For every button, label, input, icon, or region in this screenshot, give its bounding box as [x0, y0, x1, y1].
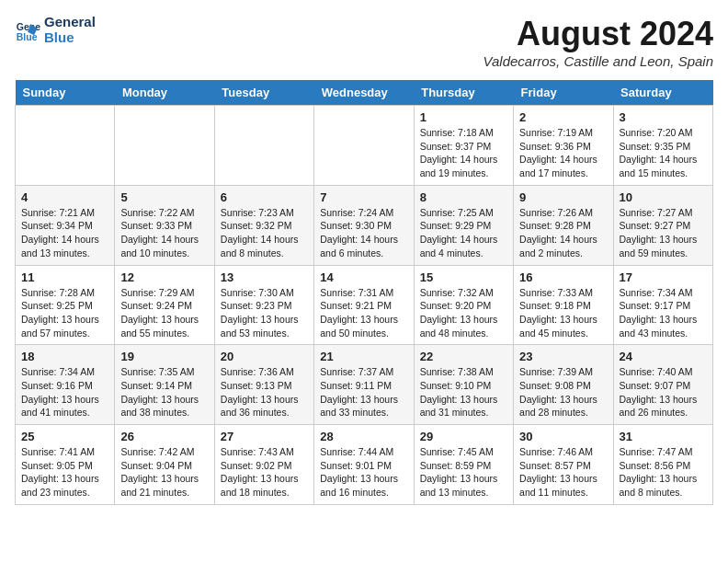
day-number: 8	[420, 190, 507, 204]
cell-text: Sunrise: 7:43 AM	[221, 445, 308, 459]
cell-text: Daylight: 13 hours	[21, 393, 108, 407]
calendar-cell: 4Sunrise: 7:21 AMSunset: 9:34 PMDaylight…	[16, 185, 115, 265]
calendar-cell: 2Sunrise: 7:19 AMSunset: 9:36 PMDaylight…	[514, 106, 613, 186]
cell-text: and 6 minutes.	[320, 247, 407, 260]
calendar-cell: 28Sunrise: 7:44 AMSunset: 9:01 PMDayligh…	[314, 425, 414, 505]
cell-text: Sunset: 8:56 PM	[620, 459, 707, 473]
cell-text: Sunrise: 7:42 AM	[120, 445, 208, 459]
header-thursday: Thursday	[414, 80, 513, 106]
cell-text: Sunset: 9:20 PM	[420, 299, 507, 313]
calendar-cell: 13Sunrise: 7:30 AMSunset: 9:23 PMDayligh…	[214, 265, 313, 345]
calendar-cell: 27Sunrise: 7:43 AMSunset: 9:02 PMDayligh…	[214, 425, 313, 505]
cell-text: Sunrise: 7:35 AM	[120, 365, 208, 379]
header-sunday: Sunday	[16, 80, 115, 106]
day-number: 3	[620, 110, 707, 124]
cell-text: and 28 minutes.	[519, 406, 607, 419]
cell-text: and 8 minutes.	[620, 486, 707, 500]
cell-text: Sunrise: 7:47 AM	[620, 445, 707, 459]
calendar-cell: 21Sunrise: 7:37 AMSunset: 9:11 PMDayligh…	[314, 345, 414, 425]
cell-text: Daylight: 13 hours	[120, 472, 208, 486]
cell-text: Sunrise: 7:29 AM	[120, 286, 208, 300]
day-number: 5	[120, 190, 208, 204]
calendar-cell: 20Sunrise: 7:36 AMSunset: 9:13 PMDayligh…	[214, 345, 313, 425]
cell-text: Daylight: 14 hours	[120, 233, 208, 247]
calendar-cell: 26Sunrise: 7:42 AMSunset: 9:04 PMDayligh…	[115, 425, 214, 505]
month-year: August 2024	[483, 15, 713, 53]
day-number: 10	[620, 190, 707, 204]
cell-text: and 53 minutes.	[221, 327, 308, 340]
calendar-cell: 14Sunrise: 7:31 AMSunset: 9:21 PMDayligh…	[314, 265, 414, 345]
calendar-cell: 1Sunrise: 7:18 AMSunset: 9:37 PMDaylight…	[414, 106, 513, 186]
cell-text: Sunset: 9:21 PM	[320, 299, 407, 313]
cell-text: Sunrise: 7:22 AM	[120, 206, 208, 220]
cell-text: Daylight: 13 hours	[221, 313, 308, 327]
day-number: 28	[320, 430, 407, 443]
cell-text: Sunrise: 7:38 AM	[420, 365, 507, 379]
day-number: 12	[120, 270, 208, 284]
cell-text: Sunrise: 7:39 AM	[519, 365, 607, 379]
week-row-3: 11Sunrise: 7:28 AMSunset: 9:25 PMDayligh…	[16, 265, 713, 345]
calendar-cell: 18Sunrise: 7:34 AMSunset: 9:16 PMDayligh…	[16, 345, 115, 425]
cell-text: Sunrise: 7:19 AM	[519, 126, 607, 140]
day-number: 13	[221, 270, 308, 284]
cell-text: Sunset: 9:14 PM	[120, 379, 208, 393]
calendar-cell: 30Sunrise: 7:46 AMSunset: 8:57 PMDayligh…	[514, 425, 613, 505]
cell-text: Sunrise: 7:21 AM	[21, 206, 108, 220]
cell-text: Sunset: 9:11 PM	[320, 379, 407, 393]
day-number: 24	[620, 350, 707, 363]
cell-text: Sunrise: 7:33 AM	[519, 286, 607, 300]
cell-text: Sunrise: 7:20 AM	[620, 126, 707, 140]
calendar-cell: 16Sunrise: 7:33 AMSunset: 9:18 PMDayligh…	[514, 265, 613, 345]
calendar-cell: 5Sunrise: 7:22 AMSunset: 9:33 PMDaylight…	[115, 185, 214, 265]
cell-text: Daylight: 13 hours	[120, 393, 208, 407]
cell-text: Sunset: 9:24 PM	[120, 299, 208, 313]
day-number: 20	[221, 350, 308, 363]
cell-text: and 13 minutes.	[21, 247, 108, 260]
day-number: 2	[519, 110, 607, 124]
calendar-cell	[314, 106, 414, 186]
cell-text: Sunset: 9:23 PM	[221, 299, 308, 313]
location: Valdecarros, Castille and Leon, Spain	[483, 53, 713, 69]
cell-text: Sunrise: 7:44 AM	[320, 445, 407, 459]
cell-text: and 36 minutes.	[221, 406, 308, 419]
day-number: 21	[320, 350, 407, 363]
calendar-cell: 29Sunrise: 7:45 AMSunset: 8:59 PMDayligh…	[414, 425, 513, 505]
cell-text: Sunset: 8:59 PM	[420, 459, 507, 473]
cell-text: Sunrise: 7:23 AM	[221, 206, 308, 220]
calendar-cell: 23Sunrise: 7:39 AMSunset: 9:08 PMDayligh…	[514, 345, 613, 425]
cell-text: Sunrise: 7:34 AM	[21, 365, 108, 379]
cell-text: Sunrise: 7:34 AM	[620, 286, 707, 300]
cell-text: Daylight: 13 hours	[221, 472, 308, 486]
day-number: 27	[221, 430, 308, 443]
cell-text: Sunrise: 7:32 AM	[420, 286, 507, 300]
calendar-cell: 15Sunrise: 7:32 AMSunset: 9:20 PMDayligh…	[414, 265, 513, 345]
cell-text: Sunset: 8:57 PM	[519, 459, 607, 473]
cell-text: Sunset: 9:18 PM	[519, 299, 607, 313]
cell-text: Sunset: 9:02 PM	[221, 459, 308, 473]
cell-text: Daylight: 13 hours	[420, 313, 507, 327]
cell-text: Sunset: 9:05 PM	[21, 459, 108, 473]
cell-text: Sunrise: 7:27 AM	[620, 206, 707, 220]
header-monday: Monday	[115, 80, 214, 106]
cell-text: Sunrise: 7:30 AM	[221, 286, 308, 300]
day-number: 17	[620, 270, 707, 284]
cell-text: and 23 minutes.	[21, 486, 108, 500]
cell-text: Sunset: 9:07 PM	[620, 379, 707, 393]
cell-text: Sunrise: 7:45 AM	[420, 445, 507, 459]
cell-text: and 4 minutes.	[420, 247, 507, 260]
day-number: 18	[21, 350, 108, 363]
cell-text: and 57 minutes.	[21, 327, 108, 340]
cell-text: Sunset: 9:27 PM	[620, 219, 707, 233]
cell-text: Sunset: 9:01 PM	[320, 459, 407, 473]
cell-text: Daylight: 13 hours	[420, 472, 507, 486]
cell-text: and 10 minutes.	[120, 247, 208, 260]
week-row-1: 1Sunrise: 7:18 AMSunset: 9:37 PMDaylight…	[16, 106, 713, 186]
cell-text: Daylight: 13 hours	[620, 233, 707, 247]
cell-text: Daylight: 14 hours	[21, 233, 108, 247]
calendar-cell: 3Sunrise: 7:20 AMSunset: 9:35 PMDaylight…	[613, 106, 712, 186]
cell-text: Sunset: 9:04 PM	[120, 459, 208, 473]
calendar-cell: 10Sunrise: 7:27 AMSunset: 9:27 PMDayligh…	[613, 185, 712, 265]
header-row: SundayMondayTuesdayWednesdayThursdayFrid…	[16, 80, 713, 106]
calendar-cell: 24Sunrise: 7:40 AMSunset: 9:07 PMDayligh…	[613, 345, 712, 425]
cell-text: and 19 minutes.	[420, 167, 507, 180]
